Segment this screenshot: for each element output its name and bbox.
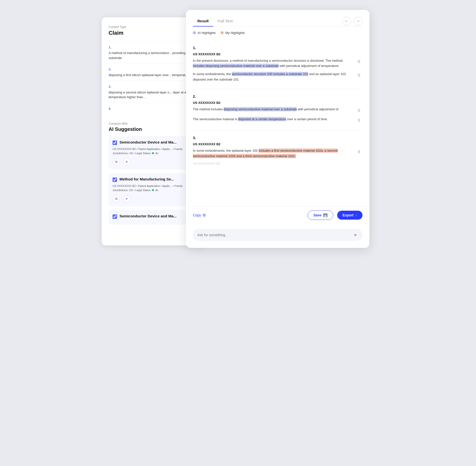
passage-text-2-2: The semiconductive material is disposed …	[193, 116, 353, 122]
suggestion-icons-2: ⚙ ✦	[113, 195, 195, 203]
passage-text-1-1: In the present disclosure, a method of m…	[193, 58, 353, 69]
claim-number-3: 3.	[109, 85, 199, 88]
save-button[interactable]: Save 💾	[308, 210, 333, 220]
copy-button[interactable]: Copy ⧉	[193, 213, 206, 217]
copy-label: Copy	[193, 213, 201, 217]
suggestion-checkbox-2[interactable]	[113, 177, 117, 182]
suggestion-checkbox-3[interactable]	[113, 214, 117, 219]
highlight-pink-1: includes a first semiconductive material…	[193, 148, 338, 158]
suggestion-checkbox-1[interactable]	[113, 141, 117, 145]
passage-2-2: The semiconductive material is disposed …	[193, 116, 362, 123]
suggestion-meta-2: US XXXXXXXX B2 • Patent Application • Ap…	[113, 184, 195, 193]
tab-result[interactable]: Result	[193, 16, 213, 27]
delete-button-3-1[interactable]: 🗑	[356, 148, 362, 155]
legend-ai-label: AI Highlights	[198, 31, 216, 35]
result-section-1: 1. US XXXXXXXX B2 In the present disclos…	[193, 41, 362, 89]
results-content: 1. US XXXXXXXX B2 In the present disclos…	[186, 39, 369, 206]
patent-id-1: US XXXXXXXX B2	[193, 52, 362, 56]
passage-text-2-1: The method includes disposing semiconduc…	[193, 107, 353, 112]
nav-back-button[interactable]: ←	[342, 17, 351, 26]
passage-text-3-1: In some embodiments, the epitaxial layer…	[193, 148, 353, 159]
claim-text-1: A method of manufacturing a semiconduct.…	[109, 51, 199, 60]
status-dot-2	[152, 189, 154, 191]
passage-text-1-2: In some embodiments, the semiconductor s…	[193, 71, 353, 82]
settings-icon-2[interactable]: ⚙	[113, 195, 120, 203]
app-wrapper: Content Type Claim 1. A method of manufa…	[102, 10, 374, 253]
send-icon[interactable]: ►	[354, 232, 358, 237]
highlight-blue-4: disposed at a certain temperature	[238, 117, 286, 121]
delete-button-1-2[interactable]: 🗑	[356, 71, 362, 78]
copy-icon: ⧉	[203, 213, 206, 217]
delete-button-1-1[interactable]: 🗑	[356, 58, 362, 65]
claim-item-3: 3. disposing a second silicon epitaxial …	[109, 81, 199, 103]
export-button[interactable]: Export ↑	[337, 211, 362, 220]
legend-dot-ai	[193, 31, 196, 34]
atom-icon-2[interactable]: ✦	[123, 195, 130, 203]
result-section-2: 2. US XXXXXXXX B2 The method includes di…	[193, 89, 362, 131]
result-section-3: 3. US XXXXXXXX B2 In some embodiments, t…	[193, 131, 362, 169]
right-panel-footer: Copy ⧉ Save 💾 Export ↑	[186, 206, 369, 225]
patent-id-2: US XXXXXXXX B2	[193, 101, 362, 105]
atom-icon-1[interactable]: ✦	[123, 158, 130, 166]
suggestion-meta-1: US XXXXXXXX B2 • Patent Application • Ap…	[113, 147, 195, 156]
claim-text-2: disposing a first silicon epitaxial laye…	[109, 73, 199, 78]
section-number-1: 1.	[193, 46, 362, 50]
compare-with-label: Compare With	[109, 122, 199, 125]
suggestion-icons-1: ⚙ ✦	[113, 158, 195, 166]
legend-dot-my	[221, 31, 224, 34]
right-panel-header: Result Full Text ← → AI Highlights My Hi…	[186, 10, 369, 39]
claim-title: Claim	[109, 30, 199, 36]
content-type-label: Content Type	[109, 25, 199, 29]
passage-3-1: In some embodiments, the epitaxial layer…	[193, 148, 362, 159]
claim-number-4: 4.	[109, 107, 199, 111]
ask-input[interactable]	[197, 233, 354, 237]
nav-forward-button[interactable]: →	[354, 17, 362, 26]
passage-1-1: In the present disclosure, a method of m…	[193, 58, 362, 69]
suggestion-card-3: Semiconductor Device and Ma...	[109, 210, 199, 225]
passage-2-1: The method includes disposing semiconduc…	[193, 107, 362, 114]
legend-ai: AI Highlights	[193, 31, 216, 35]
tabs-row: Result Full Text ← →	[193, 16, 362, 27]
claim-item-4: 4.	[109, 103, 199, 115]
export-icon: ↑	[355, 213, 357, 217]
suggestion-card-2: Method for Manufacturing Se... US XXXXXX…	[109, 173, 199, 206]
section-number-2: 2.	[193, 94, 362, 98]
export-label: Export	[343, 213, 354, 217]
delete-button-2-1[interactable]: 🗑	[356, 107, 362, 114]
passage-1-2: In some embodiments, the semiconductor s…	[193, 71, 362, 82]
patent-id-3: US XXXXXXXX B2	[193, 142, 362, 146]
settings-icon-1[interactable]: ⚙	[113, 158, 120, 166]
save-label: Save	[313, 213, 322, 217]
faded-patent-id: US XXXXXXXX B2	[193, 162, 362, 165]
legend-my-label: My Highlights	[225, 31, 245, 35]
delete-button-2-2[interactable]: 🗑	[356, 116, 362, 123]
right-panel: Result Full Text ← → AI Highlights My Hi…	[186, 10, 369, 248]
highlight-blue-2: semiconductor structure 100 includes a s…	[232, 72, 308, 76]
suggestion-card-title-1: Semiconductor Device and Ma...	[119, 140, 177, 144]
highlight-blue-3: disposing semiconductive material over a…	[224, 107, 297, 111]
claim-item-1: 1. A method of manufacturing a semicondu…	[109, 41, 199, 63]
nav-arrows: ← →	[342, 17, 362, 26]
claim-number-1: 1.	[109, 45, 199, 49]
ai-suggestion-title: AI Suggestion	[109, 126, 199, 132]
legend-row: AI Highlights My Highlights	[193, 31, 362, 37]
highlight-blue-1: includes disposing semiconductive materi…	[193, 64, 279, 68]
ask-input-wrapper: ►	[193, 229, 362, 241]
claim-number-2: 2.	[109, 67, 199, 71]
section-number-3: 3.	[193, 136, 362, 140]
suggestion-card-title-2: Method for Manufacturing Se...	[119, 177, 174, 181]
ask-row: ►	[193, 229, 362, 241]
status-dot-1	[152, 152, 154, 154]
claim-item-2: 2. disposing a first silicon epitaxial l…	[109, 63, 199, 81]
suggestion-card-1: Semiconductor Device and Ma... US XXXXXX…	[109, 136, 199, 170]
claim-text-3: disposing a second silicon epitaxial lay…	[109, 90, 199, 100]
save-icon: 💾	[323, 213, 327, 217]
tab-fulltext[interactable]: Full Text	[213, 16, 237, 27]
suggestion-card-title-3: Semiconductor Device and Ma...	[119, 214, 177, 218]
legend-my: My Highlights	[221, 31, 245, 35]
